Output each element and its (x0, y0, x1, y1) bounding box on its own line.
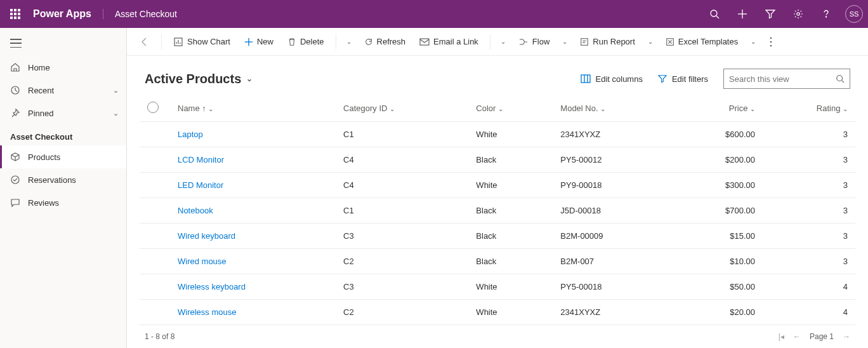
cell-name[interactable]: Laptop (170, 122, 336, 147)
help-button[interactable] (812, 0, 840, 28)
row-select[interactable] (140, 224, 170, 249)
cell-name[interactable]: LCD Monitor (170, 147, 336, 173)
run-report-dropdown[interactable]: ⌄ (644, 38, 657, 45)
delete-button[interactable]: Delete (282, 32, 329, 52)
search-input[interactable] (729, 74, 836, 84)
flow-dropdown[interactable]: ⌄ (558, 38, 571, 45)
sidebar: Home Recent ⌄ Pinned ⌄ Asset Checkout Pr… (0, 28, 127, 348)
prev-page-button[interactable]: ← (793, 332, 801, 341)
edit-filters-button[interactable]: Edit filters (658, 74, 708, 84)
search-button[interactable] (700, 0, 728, 28)
search-view-box[interactable] (723, 69, 850, 89)
avatar[interactable]: SS (845, 5, 863, 23)
row-select[interactable] (140, 122, 170, 147)
table-row[interactable]: LED Monitor C4 White PY9-00018 $300.00 3 (140, 173, 855, 198)
funnel-icon (765, 9, 775, 19)
view-selector[interactable]: Active Products ⌄ (145, 72, 253, 86)
cell-name[interactable]: LED Monitor (170, 173, 336, 198)
more-commands-button[interactable] (763, 37, 779, 47)
help-icon (821, 9, 831, 19)
menu-icon (10, 39, 22, 48)
cell-name[interactable]: Wired mouse (170, 249, 336, 274)
column-header-category[interactable]: Category ID ⌄ (336, 95, 468, 122)
row-select[interactable] (140, 147, 170, 173)
row-select[interactable] (140, 198, 170, 224)
sidebar-item-products[interactable]: Products (0, 145, 126, 168)
waffle-icon (10, 9, 20, 19)
chevron-down-icon: ⌄ (113, 109, 119, 117)
sidebar-item-reservations[interactable]: Reservations (0, 168, 126, 191)
search-icon (709, 9, 720, 19)
cell-model: PY9-00018 (553, 173, 673, 198)
table-row[interactable]: Wired keyboard C3 Black B2M-00009 $15.00… (140, 224, 855, 249)
cell-model: J5D-00018 (553, 198, 673, 224)
refresh-button[interactable]: Refresh (359, 32, 411, 52)
cell-color: White (468, 173, 553, 198)
cell-name[interactable]: Wireless keyboard (170, 274, 336, 300)
svg-rect-11 (420, 39, 429, 45)
column-header-name[interactable]: Name ↑ ⌄ (170, 95, 336, 122)
cell-model: 2341XYXZ (553, 122, 673, 147)
run-report-button[interactable]: Run Report (575, 32, 640, 52)
email-link-button[interactable]: Email a Link (414, 32, 483, 52)
row-select[interactable] (140, 249, 170, 274)
first-page-button[interactable]: |◂ (779, 332, 784, 341)
column-header-color[interactable]: Color ⌄ (468, 95, 553, 122)
table-row[interactable]: LCD Monitor C4 Black PY5-00012 $200.00 3 (140, 147, 855, 173)
table-row[interactable]: Wireless keyboard C3 White PY5-00018 $50… (140, 274, 855, 300)
home-icon (10, 62, 20, 72)
mail-icon (419, 37, 430, 46)
sidebar-item-recent[interactable]: Recent ⌄ (0, 79, 126, 102)
sidebar-item-home[interactable]: Home (0, 56, 126, 79)
column-header-price[interactable]: Price ⌄ (673, 95, 763, 122)
row-select[interactable] (140, 300, 170, 325)
column-header-model[interactable]: Model No. ⌄ (553, 95, 673, 122)
excel-templates-button[interactable]: Excel Templates (661, 32, 743, 52)
delete-dropdown[interactable]: ⌄ (343, 38, 355, 45)
cell-category: C4 (336, 147, 468, 173)
cell-color: Black (468, 224, 553, 249)
table-row[interactable]: Laptop C1 White 2341XYXZ $600.00 3 (140, 122, 855, 147)
settings-button[interactable] (784, 0, 812, 28)
chart-icon (173, 37, 183, 47)
flow-button[interactable]: Flow (513, 32, 555, 52)
chevron-down-icon: ⌄ (208, 105, 213, 112)
app-launcher-button[interactable] (5, 4, 25, 24)
row-select[interactable] (140, 173, 170, 198)
sidebar-item-label: Products (28, 152, 119, 162)
sidebar-item-pinned[interactable]: Pinned ⌄ (0, 102, 126, 124)
cell-model: PY5-00012 (553, 147, 673, 173)
row-select[interactable] (140, 274, 170, 300)
table-row[interactable]: Wired mouse C2 Black B2M-007 $10.00 3 (140, 249, 855, 274)
select-all[interactable] (140, 95, 170, 122)
cell-name[interactable]: Notebook (170, 198, 336, 224)
next-page-button[interactable]: → (843, 332, 850, 341)
cell-category: C2 (336, 249, 468, 274)
table-row[interactable]: Notebook C1 Black J5D-00018 $700.00 3 (140, 198, 855, 224)
excel-dropdown[interactable]: ⌄ (747, 38, 760, 45)
add-button[interactable] (728, 0, 756, 28)
breadcrumb[interactable]: Asset Checkout (103, 9, 177, 19)
sidebar-toggle[interactable] (0, 30, 126, 56)
new-button[interactable]: New (239, 32, 279, 52)
cmd-label: Show Chart (187, 37, 230, 46)
cell-name[interactable]: Wireless mouse (170, 300, 336, 325)
grid-footer: 1 - 8 of 8 |◂ ← Page 1 → (127, 325, 868, 348)
show-chart-button[interactable]: Show Chart (168, 32, 235, 52)
table-row[interactable]: Wireless mouse C2 White 2341XYXZ $20.00 … (140, 300, 855, 325)
chevron-down-icon: ⌄ (246, 74, 253, 83)
cell-name[interactable]: Wired keyboard (170, 224, 336, 249)
app-title: Power Apps (33, 8, 91, 20)
column-header-rating[interactable]: Rating ⌄ (763, 95, 855, 122)
cell-color: Black (468, 147, 553, 173)
svg-point-4 (797, 13, 799, 15)
filter-button[interactable] (756, 0, 784, 28)
cell-rating: 4 (763, 300, 855, 325)
cell-category: C2 (336, 300, 468, 325)
gear-icon (793, 9, 803, 19)
sidebar-item-reviews[interactable]: Reviews (0, 191, 126, 214)
edit-columns-button[interactable]: Edit columns (581, 74, 643, 84)
email-dropdown[interactable]: ⌄ (497, 38, 510, 45)
back-button[interactable] (135, 32, 155, 52)
cell-price: $700.00 (673, 198, 763, 224)
